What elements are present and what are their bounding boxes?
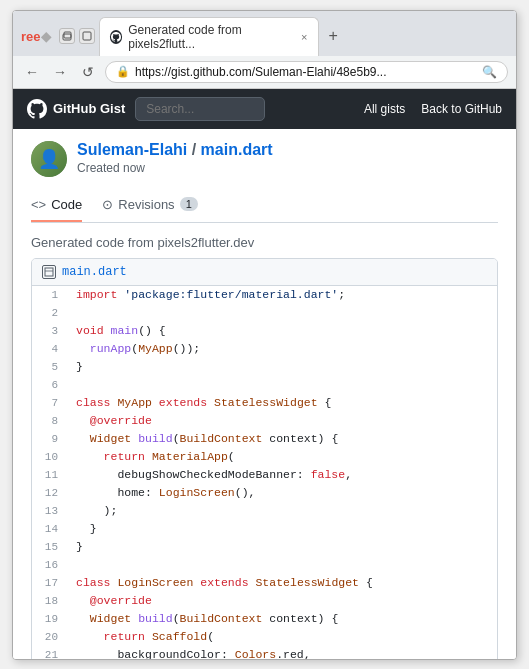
gist-header: GitHub Gist All gists Back to GitHub <box>13 89 516 129</box>
code-icon: <> <box>31 197 46 212</box>
code-line: 9 Widget build(BuildContext context) { <box>32 430 497 448</box>
revisions-badge: 1 <box>180 197 198 211</box>
code-line: 12 home: LoginScreen(), <box>32 484 497 502</box>
code-line: 1import 'package:flutter/material.dart'; <box>32 286 497 304</box>
code-line: 17class LoginScreen extends StatelessWid… <box>32 574 497 592</box>
svg-rect-2 <box>83 32 91 40</box>
code-container: main.dart 1import 'package:flutter/mater… <box>31 258 498 659</box>
url-text: https://gist.github.com/Suleman-Elahi/48… <box>135 65 477 79</box>
url-box[interactable]: 🔒 https://gist.github.com/Suleman-Elahi/… <box>105 61 508 83</box>
refresh-button[interactable]: ↺ <box>77 61 99 83</box>
code-line: 6 <box>32 376 497 394</box>
code-line: 20 return Scaffold( <box>32 628 497 646</box>
gist-nav: All gists Back to GitHub <box>364 102 502 116</box>
gist-description: Generated code from pixels2flutter.dev <box>31 235 498 250</box>
page-title: Suleman-Elahi / main.dart <box>77 141 273 159</box>
file-name[interactable]: main.dart <box>62 265 127 279</box>
code-line: 7class MyApp extends StatelessWidget { <box>32 394 497 412</box>
created-text: Created now <box>77 161 273 175</box>
window-control-layers[interactable] <box>59 28 75 44</box>
all-gists-link[interactable]: All gists <box>364 102 405 116</box>
user-info: Suleman-Elahi / main.dart Created now <box>31 141 498 177</box>
code-line: 4 runApp(MyApp()); <box>32 340 497 358</box>
code-line: 10 return MaterialApp( <box>32 448 497 466</box>
code-line: 5} <box>32 358 497 376</box>
tab-revisions-label: Revisions <box>118 197 174 212</box>
code-body: 1import 'package:flutter/material.dart';… <box>32 286 497 659</box>
lock-icon: 🔒 <box>116 65 130 78</box>
window-control-square[interactable] <box>79 28 95 44</box>
github-logo-icon <box>27 99 47 119</box>
browser-tab-active[interactable]: Generated code from pixels2flutt... × <box>99 17 319 56</box>
gist-label: GitHub Gist <box>53 101 125 116</box>
forward-button[interactable]: → <box>49 61 71 83</box>
browser-logo: ree◆ <box>21 29 51 44</box>
window-controls <box>59 28 95 44</box>
user-details: Suleman-Elahi / main.dart Created now <box>77 141 273 175</box>
code-file-header: main.dart <box>32 259 497 286</box>
file-icon <box>42 265 56 279</box>
tab-close-button[interactable]: × <box>301 31 307 43</box>
code-line: 16 <box>32 556 497 574</box>
code-line: 2 <box>32 304 497 322</box>
avatar <box>31 141 67 177</box>
tab-label: Generated code from pixels2flutt... <box>128 23 295 51</box>
tab-bar: ree◆ <box>13 11 516 56</box>
code-line: 14 } <box>32 520 497 538</box>
page-content: Suleman-Elahi / main.dart Created now <>… <box>13 129 516 659</box>
code-line: 13 ); <box>32 502 497 520</box>
new-tab-button[interactable]: + <box>323 23 344 49</box>
browser-window: ree◆ <box>12 10 517 660</box>
svg-rect-1 <box>64 32 71 38</box>
code-line: 11 debugShowCheckedModeBanner: false, <box>32 466 497 484</box>
code-line: 21 backgroundColor: Colors.red, <box>32 646 497 659</box>
back-to-github-link[interactable]: Back to GitHub <box>421 102 502 116</box>
code-line: 19 Widget build(BuildContext context) { <box>32 610 497 628</box>
tab-favicon <box>110 30 123 44</box>
code-line: 15} <box>32 538 497 556</box>
tabs-bar: <> Code ⊙ Revisions 1 <box>31 189 498 223</box>
svg-rect-3 <box>45 268 53 276</box>
back-button[interactable]: ← <box>21 61 43 83</box>
address-bar: ← → ↺ 🔒 https://gist.github.com/Suleman-… <box>13 56 516 88</box>
tab-code[interactable]: <> Code <box>31 189 82 222</box>
tab-code-label: Code <box>51 197 82 212</box>
tab-revisions[interactable]: ⊙ Revisions 1 <box>102 189 197 222</box>
code-line: 3void main() { <box>32 322 497 340</box>
url-search-icon: 🔍 <box>482 65 497 79</box>
code-line: 18 @override <box>32 592 497 610</box>
browser-chrome: ree◆ <box>13 11 516 89</box>
github-logo-area: GitHub Gist <box>27 99 125 119</box>
search-input[interactable] <box>135 97 265 121</box>
revisions-icon: ⊙ <box>102 197 113 212</box>
code-line: 8 @override <box>32 412 497 430</box>
